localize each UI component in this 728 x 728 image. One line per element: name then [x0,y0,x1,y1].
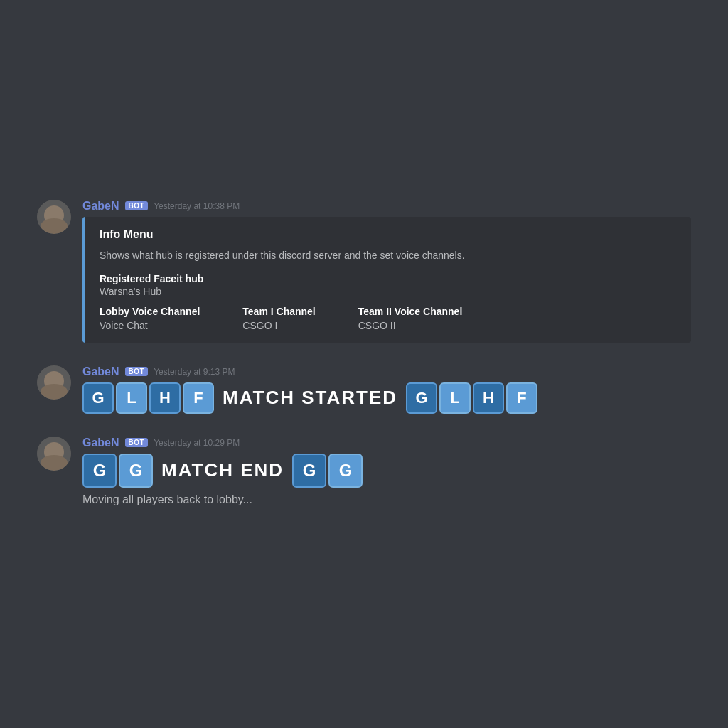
tile-GG3: G [292,454,326,488]
bot-badge-1: BOT [125,201,149,210]
gg-message: G G MATCH END G G [82,454,691,488]
timestamp-3: Yesterday at 10:29 PM [154,438,240,448]
tile-F1: F [183,382,214,414]
glhf-right-tiles: G L H F [406,382,537,414]
username-1: GabeN [82,200,119,213]
tile-G1: G [82,382,114,414]
timestamp-1: Yesterday at 10:38 PM [154,201,240,211]
glhf-left-tiles: G L H F [82,382,214,414]
lobby-channel-value: Voice Chat [100,320,200,331]
team1-channel-value: CSGO I [242,320,315,331]
message-header-2: GabeN BOT Yesterday at 9:13 PM [82,365,691,378]
registered-value: Warsna's Hub [100,286,677,297]
gg-right-tiles: G G [292,454,363,488]
embed-card: Info Menu Shows what hub is registered u… [82,217,691,343]
message-2: GabeN BOT Yesterday at 9:13 PM G L H F M… [37,365,691,414]
tile-F2: F [506,382,537,414]
message-content-2: GabeN BOT Yesterday at 9:13 PM G L H F M… [82,365,691,414]
embed-columns: Lobby Voice Channel Voice Chat Team I Ch… [100,306,677,331]
lobby-channel-label: Lobby Voice Channel [100,306,200,317]
registered-label: Registered Faceit hub [100,273,677,284]
timestamp-2: Yesterday at 9:13 PM [154,367,235,377]
team2-channel-label: Team II Voice Channel [358,306,463,317]
embed-col-lobby: Lobby Voice Channel Voice Chat [100,306,200,331]
tile-H2: H [473,382,504,414]
chat-area: GabeN BOT Yesterday at 10:38 PM Info Men… [37,186,691,543]
tile-L1: L [116,382,147,414]
tile-GG4: G [328,454,363,488]
tile-L2: L [439,382,471,414]
message-1: GabeN BOT Yesterday at 10:38 PM Info Men… [37,200,691,343]
tile-GG2: G [119,454,153,488]
glhf-message: G L H F MATCH STARTED G L H F [82,382,691,414]
message-header-1: GabeN BOT Yesterday at 10:38 PM [82,200,691,213]
avatar-3 [37,437,71,471]
gg-left-tiles: G G [82,454,153,488]
username-2: GabeN [82,365,119,378]
tile-G2: G [406,382,437,414]
embed-col-team2: Team II Voice Channel CSGO II [358,306,463,331]
bot-badge-3: BOT [125,438,149,447]
match-end-text: MATCH END [161,459,284,481]
avatar-2 [37,365,71,400]
avatar [37,200,71,234]
message-content-1: GabeN BOT Yesterday at 10:38 PM Info Men… [82,200,691,343]
bot-badge-2: BOT [125,367,149,376]
moving-text: Moving all players back to lobby... [82,493,691,506]
message-content-3: GabeN BOT Yesterday at 10:29 PM G G MATC… [82,437,691,506]
tile-H1: H [149,382,181,414]
match-started-text: MATCH STARTED [223,387,397,409]
embed-col-team1: Team I Channel CSGO I [242,306,315,331]
message-header-3: GabeN BOT Yesterday at 10:29 PM [82,437,691,449]
embed-title: Info Menu [100,228,677,241]
team1-channel-label: Team I Channel [242,306,315,317]
username-3: GabeN [82,437,119,449]
message-3: GabeN BOT Yesterday at 10:29 PM G G MATC… [37,437,691,506]
team2-channel-value: CSGO II [358,320,463,331]
embed-description: Shows what hub is registered under this … [100,248,677,263]
tile-GG1: G [82,454,117,488]
